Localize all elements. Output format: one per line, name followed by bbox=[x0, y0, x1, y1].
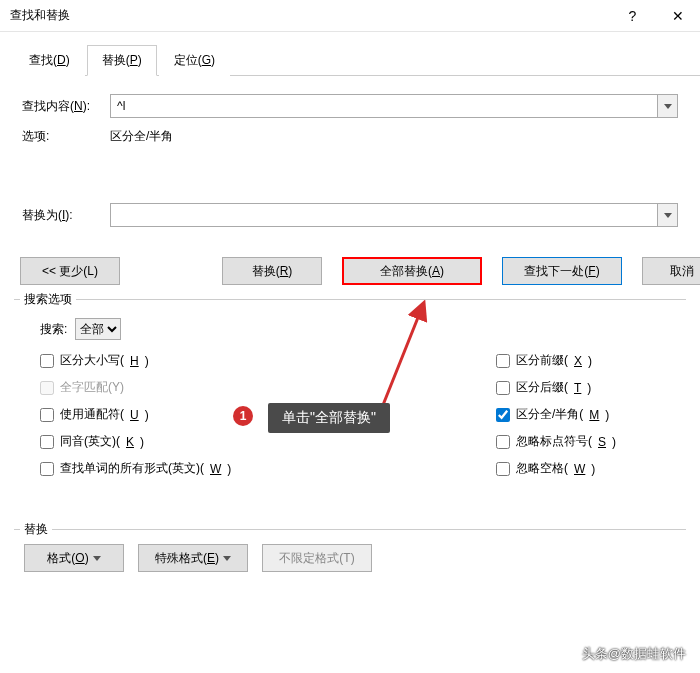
replace-dropdown-button[interactable] bbox=[658, 203, 678, 227]
options-value: 区分全/半角 bbox=[110, 128, 173, 145]
special-format-button[interactable]: 特殊格式(E) bbox=[138, 544, 248, 572]
help-button[interactable]: ? bbox=[610, 0, 655, 32]
replace-label: 替换为(I): bbox=[22, 207, 110, 224]
cancel-button[interactable]: 取消 bbox=[642, 257, 700, 285]
annotation-bubble: 单击"全部替换" bbox=[268, 403, 390, 433]
check-prefix[interactable]: 区分前缀(X) bbox=[496, 352, 676, 369]
chevron-down-icon bbox=[223, 556, 231, 561]
search-options-group: 搜索选项 搜索: 全部 区分大小写(H) 全字匹配(Y) 使用通配符(U) 同音… bbox=[14, 299, 686, 499]
tab-replace[interactable]: 替换(P) bbox=[87, 45, 157, 76]
main-button-row: << 更少(L) 替换(R) 全部替换(A) 查找下一处(F) 取消 bbox=[0, 247, 700, 299]
svg-marker-3 bbox=[223, 556, 231, 561]
left-check-column: 区分大小写(H) 全字匹配(Y) 使用通配符(U) 同音(英文)(K) 查找单词… bbox=[40, 352, 231, 477]
svg-marker-2 bbox=[93, 556, 101, 561]
search-direction-row: 搜索: 全部 bbox=[40, 318, 676, 340]
chevron-down-icon bbox=[664, 213, 672, 218]
replace-format-group: 替换 格式(O) 特殊格式(E) 不限定格式(T) bbox=[14, 529, 686, 588]
svg-marker-0 bbox=[664, 104, 672, 109]
svg-marker-1 bbox=[664, 213, 672, 218]
check-ignore-space[interactable]: 忽略空格(W) bbox=[496, 460, 676, 477]
right-check-column: 区分前缀(X) 区分后缀(T) 区分全/半角(M) 忽略标点符号(S) 忽略空格… bbox=[496, 352, 676, 477]
format-button[interactable]: 格式(O) bbox=[24, 544, 124, 572]
find-dropdown-button[interactable] bbox=[658, 94, 678, 118]
find-next-button[interactable]: 查找下一处(F) bbox=[502, 257, 622, 285]
find-label: 查找内容(N): bbox=[22, 98, 110, 115]
tab-strip: 查找(D) 替换(P) 定位(G) bbox=[14, 44, 700, 76]
form-area: 查找内容(N): 选项: 区分全/半角 替换为(I): bbox=[0, 76, 700, 247]
no-format-button: 不限定格式(T) bbox=[262, 544, 372, 572]
close-button[interactable]: ✕ bbox=[655, 0, 700, 32]
options-label: 选项: bbox=[22, 128, 110, 145]
check-wildcards[interactable]: 使用通配符(U) bbox=[40, 406, 231, 423]
replace-input[interactable] bbox=[110, 203, 658, 227]
annotation-badge: 1 bbox=[233, 406, 253, 426]
titlebar: 查找和替换 ? ✕ bbox=[0, 0, 700, 32]
watermark: 头条@数据蛙软件 bbox=[582, 645, 686, 663]
check-match-case[interactable]: 区分大小写(H) bbox=[40, 352, 231, 369]
window-controls: ? ✕ bbox=[610, 0, 700, 32]
find-input[interactable] bbox=[110, 94, 658, 118]
check-all-forms[interactable]: 查找单词的所有形式(英文)(W) bbox=[40, 460, 231, 477]
tab-goto[interactable]: 定位(G) bbox=[159, 45, 230, 76]
search-direction-select[interactable]: 全部 bbox=[75, 318, 121, 340]
chevron-down-icon bbox=[93, 556, 101, 561]
search-options-legend: 搜索选项 bbox=[20, 291, 76, 308]
replace-all-button[interactable]: 全部替换(A) bbox=[342, 257, 482, 285]
find-row: 查找内容(N): bbox=[22, 94, 678, 118]
less-button[interactable]: << 更少(L) bbox=[20, 257, 120, 285]
replace-button[interactable]: 替换(R) bbox=[222, 257, 322, 285]
replace-row: 替换为(I): bbox=[22, 203, 678, 227]
check-fullhalf[interactable]: 区分全/半角(M) bbox=[496, 406, 676, 423]
tab-find[interactable]: 查找(D) bbox=[14, 45, 85, 76]
check-suffix[interactable]: 区分后缀(T) bbox=[496, 379, 676, 396]
check-sounds-like[interactable]: 同音(英文)(K) bbox=[40, 433, 231, 450]
options-row: 选项: 区分全/半角 bbox=[22, 128, 678, 145]
window-title: 查找和替换 bbox=[10, 7, 70, 24]
check-ignore-punct[interactable]: 忽略标点符号(S) bbox=[496, 433, 676, 450]
chevron-down-icon bbox=[664, 104, 672, 109]
replace-format-legend: 替换 bbox=[20, 521, 52, 538]
search-direction-label: 搜索: bbox=[40, 321, 67, 338]
check-whole-word: 全字匹配(Y) bbox=[40, 379, 231, 396]
